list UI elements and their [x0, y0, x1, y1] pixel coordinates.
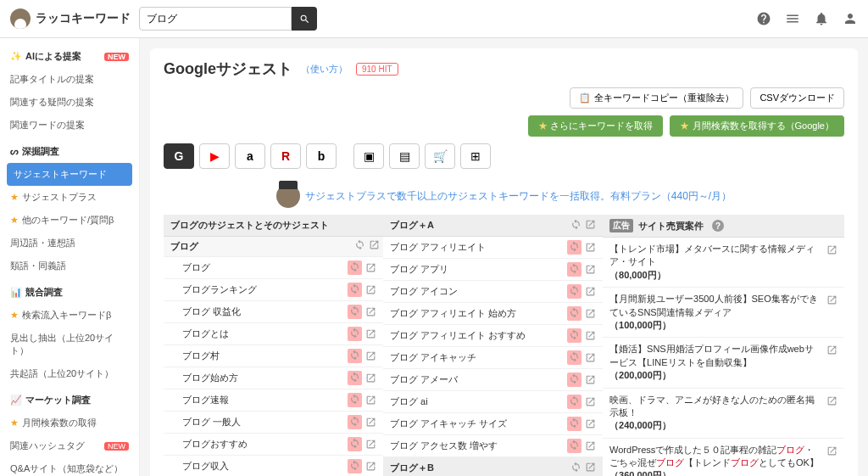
- ext-icon[interactable]: [585, 308, 596, 319]
- ext-icon[interactable]: [585, 374, 596, 385]
- keyword-row[interactable]: ブログとは: [164, 323, 383, 345]
- svc-amazon[interactable]: a: [235, 143, 265, 169]
- user-icon[interactable]: [843, 11, 858, 26]
- ext-icon[interactable]: [826, 244, 837, 255]
- loop-icon[interactable]: [349, 394, 360, 405]
- ext-icon[interactable]: [826, 445, 837, 456]
- keyword-row[interactable]: ブログ アイコン: [383, 281, 603, 303]
- ext-icon[interactable]: [585, 330, 596, 341]
- sidebar-ai-2[interactable]: 関連ワードの提案: [0, 114, 139, 137]
- ext-icon[interactable]: [365, 372, 376, 384]
- ext-icon[interactable]: [585, 462, 596, 473]
- monthly-search-button[interactable]: 月間検索数を取得する（Google）: [670, 115, 844, 137]
- keyword-row[interactable]: ブログ アメーバ: [383, 369, 603, 391]
- usage-link[interactable]: （使い方）: [301, 63, 348, 76]
- loop-icon[interactable]: [354, 239, 365, 250]
- site-item[interactable]: 【月間新規ユーザー3500人前後】SEO集客ができているSNS関連情報メディア（…: [603, 288, 844, 338]
- ext-icon[interactable]: [585, 440, 596, 451]
- ext-icon[interactable]: [365, 328, 376, 339]
- site-item[interactable]: 映画、ドラマ、アニメが好きな人のための匿名掲示板！（240,000円）: [603, 389, 844, 439]
- svc-grid[interactable]: ⊞: [460, 143, 491, 169]
- loop-icon[interactable]: [569, 263, 580, 274]
- sidebar-ai-0[interactable]: 記事タイトルの提案: [0, 68, 139, 91]
- keyword-row[interactable]: ブログ アフィリエイト 始め方: [383, 303, 603, 325]
- site-item[interactable]: 【婚活】SNS用婚活プロフィール画像作成webサービス【LINEリストを自動収集…: [603, 338, 844, 388]
- help-icon[interactable]: [756, 11, 771, 26]
- loop-icon[interactable]: [349, 416, 360, 427]
- ext-icon[interactable]: [585, 286, 596, 297]
- sidebar-comp-2[interactable]: 共起語（上位20サイト）: [0, 362, 139, 385]
- loop-icon[interactable]: [569, 417, 580, 428]
- loop-icon[interactable]: [569, 329, 580, 340]
- ext-icon[interactable]: [365, 350, 376, 361]
- svc-youtube[interactable]: ▶: [199, 143, 230, 169]
- sidebar-market-1[interactable]: 関連ハッシュタグNEW: [0, 434, 139, 457]
- svc-video[interactable]: ▣: [353, 143, 384, 169]
- ext-icon[interactable]: [585, 396, 596, 407]
- ext-icon[interactable]: [826, 344, 837, 356]
- loop-icon[interactable]: [570, 219, 581, 230]
- loop-icon[interactable]: [569, 351, 580, 362]
- bell-icon[interactable]: [814, 11, 829, 26]
- csv-button[interactable]: CSVダウンロード: [750, 87, 844, 109]
- loop-icon[interactable]: [349, 372, 360, 383]
- svc-image[interactable]: ▤: [389, 143, 420, 169]
- loop-icon[interactable]: [569, 373, 580, 384]
- ext-icon[interactable]: [365, 395, 376, 406]
- keyword-row[interactable]: ブログ アイキャッチ: [383, 347, 603, 369]
- keyword-row[interactable]: ブログ ai: [383, 391, 603, 413]
- ext-icon[interactable]: [585, 352, 596, 363]
- sidebar-market-2[interactable]: Q&Aサイト（知恵袋など）: [0, 457, 139, 476]
- ext-icon[interactable]: [585, 264, 596, 275]
- loop-icon[interactable]: [349, 328, 360, 339]
- keyword-row[interactable]: ブログランキング: [164, 279, 383, 301]
- copy-all-button[interactable]: 📋 全キーワードコピー（重複除去）: [570, 87, 743, 109]
- ext-icon[interactable]: [365, 461, 376, 472]
- sidebar-deep-0[interactable]: サジェストキーワード: [7, 163, 132, 186]
- loop-icon[interactable]: [349, 261, 360, 272]
- keyword-row[interactable]: ブログ アフィリエイト: [383, 237, 603, 259]
- loop-icon[interactable]: [569, 395, 580, 406]
- sidebar-deep-4[interactable]: 類語・同義語: [0, 255, 139, 277]
- ext-icon[interactable]: [365, 262, 376, 273]
- more-keywords-button[interactable]: さらにキーワードを取得: [528, 115, 663, 137]
- loop-icon[interactable]: [349, 350, 360, 361]
- svc-bing[interactable]: b: [306, 143, 337, 169]
- site-item[interactable]: 【トレンド市場】メタバースに関する情報メディア・サイト（80,000円）: [603, 238, 844, 288]
- ext-icon[interactable]: [365, 306, 376, 317]
- keyword-row[interactable]: ブログ始め方: [164, 367, 383, 389]
- ext-icon[interactable]: [365, 284, 376, 295]
- sidebar-comp-1[interactable]: 見出し抽出（上位20サイト）: [0, 327, 139, 362]
- keyword-row[interactable]: ブログ速報: [164, 389, 383, 412]
- svc-shopping[interactable]: 🛒: [425, 143, 455, 169]
- sidebar-deep-2[interactable]: ★ 他のキーワード/質問β: [0, 209, 139, 232]
- search-input[interactable]: [139, 7, 292, 31]
- loop-icon[interactable]: [349, 305, 360, 316]
- loop-icon[interactable]: [569, 440, 580, 451]
- ext-icon[interactable]: [365, 439, 376, 450]
- sidebar-deep-3[interactable]: 周辺語・連想語: [0, 232, 139, 255]
- keyword-row[interactable]: ブログおすすめ: [164, 434, 383, 456]
- keyword-row[interactable]: ブログ アプリ: [383, 259, 603, 281]
- svc-google[interactable]: G: [164, 143, 194, 169]
- loop-icon[interactable]: [349, 283, 360, 294]
- site-item[interactable]: WordPressで作成した５０記事程の雑記ブログ・ごちゃ混ぜブログ【トレンドブ…: [603, 439, 844, 476]
- ext-icon[interactable]: [369, 239, 380, 250]
- keyword-row[interactable]: ブログ 収益化: [164, 301, 383, 323]
- svc-rakuten[interactable]: R: [270, 143, 301, 169]
- keyword-row[interactable]: ブログ 一般人: [164, 412, 383, 434]
- loop-icon[interactable]: [349, 438, 360, 449]
- loop-icon[interactable]: [569, 241, 580, 252]
- help-circle-icon[interactable]: ?: [712, 220, 724, 232]
- menu-icon[interactable]: [785, 11, 800, 26]
- ext-icon[interactable]: [585, 418, 596, 429]
- ext-icon[interactable]: [365, 417, 376, 428]
- keyword-row[interactable]: ブログ: [164, 257, 383, 279]
- loop-icon[interactable]: [569, 307, 580, 318]
- keyword-row[interactable]: ブログ アフィリエイト おすすめ: [383, 325, 603, 347]
- keyword-row[interactable]: ブログ村: [164, 345, 383, 367]
- keyword-row[interactable]: ブログ アクセス数 増やす: [383, 435, 603, 457]
- sidebar-market-0[interactable]: ★ 月間検索数の取得: [0, 412, 139, 434]
- search-button[interactable]: [292, 7, 317, 31]
- sidebar-ai-1[interactable]: 関連する疑問の提案: [0, 91, 139, 114]
